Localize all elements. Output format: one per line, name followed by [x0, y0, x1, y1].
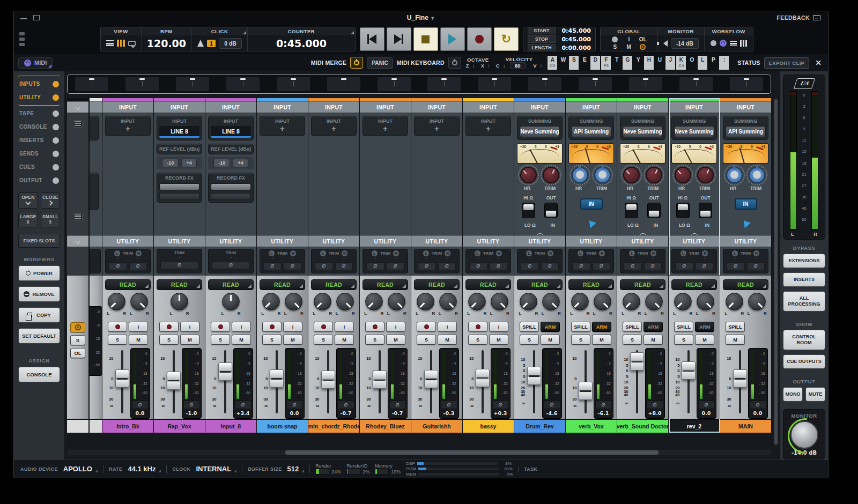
pan-knob[interactable] — [491, 293, 508, 310]
velocity-up-key[interactable]: V — [533, 63, 536, 69]
panic-button[interactable]: PANIC — [367, 57, 393, 69]
automation-read-button[interactable]: READ — [260, 279, 305, 290]
rail-solo-button[interactable]: S — [70, 335, 85, 345]
add-input-button[interactable]: + — [365, 124, 405, 134]
solo-button[interactable]: S — [571, 335, 590, 345]
input-monitor-button[interactable]: I — [283, 322, 302, 332]
midi-key-J[interactable]: J — [665, 55, 676, 70]
mute-button[interactable]: M — [695, 335, 714, 345]
workflow-record-icon[interactable] — [711, 40, 716, 46]
loop-button[interactable]: ↻ — [494, 27, 519, 51]
midi-key-D[interactable]: D — [590, 55, 601, 70]
input-monitor-button[interactable]: I — [129, 322, 148, 332]
meter-phase-button[interactable]: Ø — [698, 401, 715, 409]
automation-read-button[interactable]: READ — [671, 279, 717, 290]
phase-button[interactable]: Ø — [593, 262, 611, 270]
channel-name-tag[interactable]: verb_Vox — [566, 419, 617, 433]
overview-channel-block[interactable] — [730, 77, 763, 91]
channel-name-tag[interactable]: Intro_Bk — [102, 419, 153, 433]
record-fx-slot[interactable] — [159, 193, 199, 200]
record-fx-slot[interactable] — [159, 183, 199, 190]
vertical-scrollbar[interactable] — [774, 98, 778, 446]
trim-knob[interactable] — [543, 167, 559, 183]
ref-minus10-button[interactable]: -10 — [162, 159, 179, 167]
fader-thumb[interactable] — [115, 369, 129, 388]
automation-read-button[interactable]: READ — [105, 279, 151, 290]
input-slot-panel[interactable]: INPUT+ — [414, 116, 460, 136]
input-slot-panel[interactable]: INPUT+ — [311, 116, 357, 136]
input-monitor-button[interactable]: I — [386, 322, 405, 332]
arm-button[interactable]: ARM — [695, 322, 714, 332]
sidebar-item-inserts[interactable]: INSERTS — [18, 134, 60, 147]
phase-button[interactable]: Ø — [212, 261, 250, 269]
output-mute-button[interactable]: MUTE — [805, 387, 825, 402]
length-locator-button[interactable]: LENGTH — [528, 44, 556, 51]
hr-knob[interactable] — [623, 167, 640, 183]
in-button[interactable]: IN — [735, 198, 757, 210]
pan-knob[interactable] — [674, 293, 692, 310]
midi-key-L[interactable]: L — [697, 55, 708, 70]
overview-channel-block[interactable] — [125, 77, 159, 91]
fader-track[interactable] — [681, 348, 696, 419]
summing-panel[interactable]: SUMMINGNeve Summing — [517, 116, 563, 140]
mute-button[interactable]: M — [644, 335, 663, 345]
large-button[interactable]: LARGE⇩ — [18, 212, 38, 227]
in-out-toggle[interactable] — [544, 203, 558, 218]
mute-button[interactable]: M — [592, 335, 611, 345]
fader-thumb[interactable] — [167, 372, 181, 390]
input-slot-panel[interactable]: INPUT+ — [105, 116, 151, 136]
octave-up-key[interactable]: X — [481, 63, 484, 69]
input-monitor-button[interactable]: I — [232, 322, 251, 332]
record-arm-button[interactable] — [365, 322, 384, 332]
record-arm-button[interactable] — [211, 322, 230, 332]
midi-keyboard-power-button[interactable] — [448, 57, 461, 69]
impedance-toggle[interactable] — [625, 203, 638, 218]
automation-read-button[interactable]: READ — [517, 279, 563, 290]
monitor-db-value[interactable]: -14 dB — [671, 38, 699, 49]
rail-rows-icon[interactable] — [73, 120, 83, 128]
click-db-value[interactable]: 0 dB — [219, 38, 242, 49]
sidebar-item-inputs[interactable]: INPUTS — [18, 77, 60, 91]
automation-read-button[interactable]: READ — [620, 279, 665, 290]
return-to-start-button[interactable] — [360, 27, 384, 51]
channel-name-tag[interactable]: Cmin_chordz_Rhodey — [308, 419, 359, 433]
pan-knob[interactable] — [645, 293, 663, 310]
counter-header[interactable]: COUNTER — [248, 27, 355, 35]
midi-key-K[interactable]: KC4 — [676, 55, 686, 70]
solo-button[interactable]: S — [159, 335, 179, 345]
midi-merge-power-button[interactable] — [350, 57, 363, 69]
fader-track[interactable] — [218, 348, 233, 419]
midi-key-:[interactable]: : — [719, 55, 729, 70]
meter-phase-button[interactable]: Ø — [235, 401, 252, 409]
hr-knob[interactable] — [675, 167, 691, 183]
hr-knob[interactable] — [520, 167, 537, 183]
rail-collapse-utility[interactable] — [67, 235, 88, 247]
phase-button[interactable]: Ø — [160, 261, 198, 269]
mute-button[interactable]: M — [489, 335, 508, 345]
ref-minus10-button[interactable]: -10 — [213, 159, 230, 167]
meter-phase-button[interactable]: Ø — [750, 401, 766, 409]
trim-knob[interactable] — [594, 167, 611, 183]
phase-button[interactable]: Ø — [469, 262, 487, 270]
record-arm-button[interactable] — [417, 322, 436, 332]
ref-plus4-button[interactable]: +4 — [181, 159, 196, 167]
pan-knob[interactable] — [262, 293, 280, 310]
impedance-toggle[interactable] — [676, 203, 690, 218]
pan-knob[interactable] — [388, 293, 405, 310]
close-button[interactable]: CLOSE — [41, 192, 61, 209]
overview-channel-block[interactable] — [226, 77, 260, 91]
set-default-button[interactable]: SET DEFAULT — [18, 328, 60, 344]
overview-channel-block[interactable] — [277, 77, 310, 91]
speaker-icon[interactable] — [663, 40, 668, 47]
pan-knob[interactable] — [571, 293, 589, 310]
small-button[interactable]: SMALL⇧ — [41, 212, 61, 227]
meter-phase-button[interactable]: Ø — [338, 401, 354, 409]
summing-device-button[interactable]: Neve Summing — [520, 126, 560, 137]
global-mute-button[interactable]: M — [627, 44, 631, 50]
fader-thumb[interactable] — [424, 370, 438, 388]
phase-button[interactable]: Ø — [129, 262, 147, 270]
input-slot-panel[interactable]: INPUT+ — [363, 116, 408, 136]
pan-knob[interactable] — [542, 293, 560, 310]
phase-button[interactable]: Ø — [521, 262, 539, 270]
trim-knob[interactable] — [749, 167, 765, 183]
